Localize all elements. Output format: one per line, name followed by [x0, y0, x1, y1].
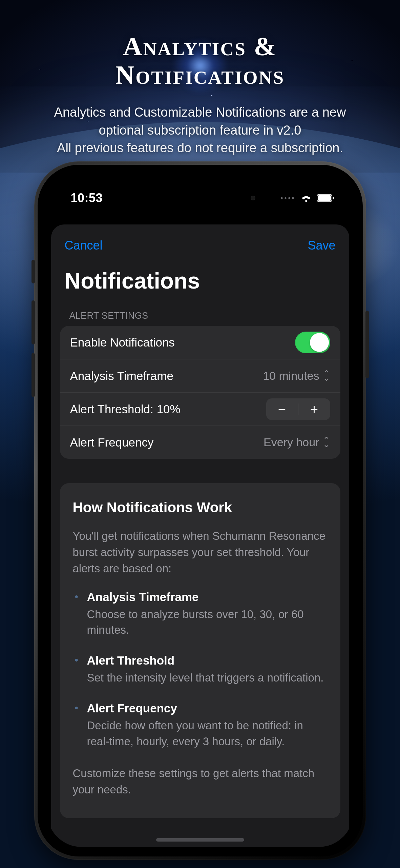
analysis-timeframe-label: Analysis Timeframe — [70, 369, 173, 383]
chevron-updown-icon: ⌃⌄ — [323, 372, 330, 380]
phone-screen: 10:53 •••• Cancel — [47, 174, 353, 847]
item-body: Decide how often you want to be notified… — [87, 718, 328, 750]
phone-volume-up — [31, 300, 35, 344]
svg-rect-1 — [318, 195, 331, 201]
info-footer: Customize these settings to get alerts t… — [73, 765, 328, 798]
headline-title: Analytics & Notifications — [0, 32, 400, 89]
item-title: Alert Threshold — [87, 654, 328, 667]
settings-sheet: Cancel Save Notifications ALERT SETTINGS… — [51, 224, 349, 847]
phone-volume-down — [31, 353, 35, 397]
row-alert-frequency[interactable]: Alert Frequency Every hour ⌃⌄ — [60, 426, 340, 459]
headline-line2: Notifications — [115, 60, 285, 90]
stepper-minus-button[interactable]: − — [266, 398, 298, 420]
save-button[interactable]: Save — [308, 238, 335, 253]
info-heading: How Notifications Work — [73, 499, 328, 516]
sub-line1: Analytics and Customizable Notifications… — [54, 105, 346, 119]
sub-line2: optional subscription feature in v2.0 — [99, 123, 301, 137]
row-analysis-timeframe[interactable]: Analysis Timeframe 10 minutes ⌃⌄ — [60, 359, 340, 392]
item-title: Alert Frequency — [87, 702, 328, 715]
status-time: 10:53 — [71, 191, 103, 205]
toggle-knob-icon — [310, 333, 329, 352]
sheet-title: Notifications — [51, 256, 349, 302]
sub-line3: All previous features do not require a s… — [57, 141, 343, 155]
frequency-value-text: Every hour — [264, 436, 319, 449]
status-bar: 10:53 •••• — [47, 174, 353, 212]
list-item: Analysis Timeframe Choose to analyze bur… — [73, 590, 328, 638]
phone-frame: 10:53 •••• Cancel — [34, 161, 366, 860]
row-enable-notifications: Enable Notifications — [60, 326, 340, 359]
marketing-headline: Analytics & Notifications Analytics and … — [0, 0, 400, 157]
alert-threshold-stepper: − + — [266, 398, 330, 420]
wifi-icon — [300, 194, 312, 202]
sheet-header: Cancel Save — [51, 235, 349, 256]
phone-side-button — [31, 260, 35, 283]
enable-notifications-label: Enable Notifications — [70, 336, 175, 349]
alert-frequency-label: Alert Frequency — [70, 436, 154, 449]
stepper-plus-button[interactable]: + — [298, 398, 330, 420]
list-item: Alert Frequency Decide how often you wan… — [73, 702, 328, 750]
item-body: Choose to analyze bursts over 10, 30, or… — [87, 607, 328, 638]
phone-power-button — [365, 311, 369, 378]
analysis-timeframe-value: 10 minutes ⌃⌄ — [263, 369, 330, 382]
info-card: How Notifications Work You'll get notifi… — [60, 483, 340, 818]
headline-subtitle: Analytics and Customizable Notifications… — [0, 103, 400, 157]
section-label-alert-settings: ALERT SETTINGS — [51, 302, 349, 326]
home-indicator[interactable] — [156, 838, 244, 842]
status-right: •••• — [251, 194, 335, 202]
phone-bezel: 10:53 •••• Cancel — [38, 165, 363, 856]
dynamic-island-icon — [251, 196, 255, 200]
chevron-updown-icon: ⌃⌄ — [323, 438, 330, 446]
headline-line1: Analytics & — [123, 32, 277, 61]
info-lead: You'll get notifications when Schumann R… — [73, 528, 328, 577]
list-item: Alert Threshold Set the intensity level … — [73, 654, 328, 686]
row-alert-threshold: Alert Threshold: 10% − + — [60, 392, 340, 426]
svg-rect-2 — [333, 197, 334, 199]
info-list: Analysis Timeframe Choose to analyze bur… — [73, 590, 328, 750]
alert-frequency-value: Every hour ⌃⌄ — [264, 436, 330, 449]
item-title: Analysis Timeframe — [87, 590, 328, 604]
item-body: Set the intensity level that triggers a … — [87, 670, 328, 686]
settings-group: Enable Notifications Analysis Timeframe … — [60, 326, 340, 459]
enable-notifications-toggle[interactable] — [295, 332, 330, 353]
alert-threshold-label: Alert Threshold: 10% — [70, 402, 181, 416]
battery-icon — [317, 194, 335, 202]
cancel-button[interactable]: Cancel — [65, 238, 103, 253]
cellular-dots-icon: •••• — [280, 194, 295, 202]
timeframe-value-text: 10 minutes — [263, 369, 319, 382]
